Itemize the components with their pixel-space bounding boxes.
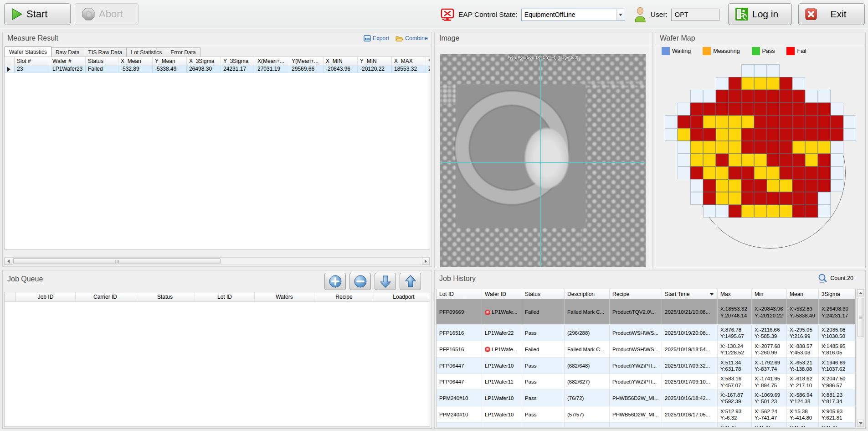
column-header-y-mean[interactable]: Y(Mean+... [289, 57, 324, 65]
job-history-row[interactable]: PPM240#10LP1Wafer10Pass(57/57)PHWB56D2W_… [437, 406, 855, 423]
remove-job-button[interactable] [349, 273, 371, 290]
job-history-row[interactable]: PFP06447LP1Wafer10Pass(682/648)Product\Y… [437, 358, 855, 374]
wafer-die-cell [703, 115, 716, 128]
wafer-die-cell [767, 179, 780, 192]
cell-mean: X:-618.62 Y:-217.10 [787, 374, 819, 389]
column-header-start-time[interactable]: Start Time [662, 289, 718, 299]
job-history-count: Count:20 [830, 275, 853, 281]
column-header-wafer[interactable]: Wafer # [50, 57, 86, 65]
column-header-wafer-id[interactable]: Wafer ID [482, 289, 522, 299]
wafer-die-cell [703, 154, 716, 166]
column-header-y[interactable]: Y_ [426, 57, 430, 65]
cell-lot-id: PFP06447 [437, 358, 482, 374]
column-header-min[interactable]: Min [752, 289, 787, 299]
column-header-status[interactable]: Status [135, 292, 195, 301]
column-header-x-3sigma[interactable]: X_3Sigma [187, 57, 221, 65]
column-header-slot[interactable]: Slot # [15, 57, 50, 65]
column-header-lot-id[interactable]: Lot ID [437, 289, 482, 299]
wafer-die-cell [780, 179, 792, 192]
column-header-recipe[interactable]: Recipe [610, 289, 662, 299]
wafer-die-cell [690, 166, 703, 179]
wafer-die-cell [741, 179, 754, 192]
job-history-row[interactable]: PFP16516LP1Wafe...FailedFailed Mark C...… [437, 341, 855, 358]
wafer-die-cell [780, 205, 792, 218]
tab-wafer-statistics[interactable]: Wafer Statistics [5, 47, 51, 57]
column-header-loadport[interactable]: Loadport [374, 292, 434, 301]
column-header-y-min[interactable]: Y_MIN [358, 57, 392, 65]
legend-item-measuring: Measuring [703, 47, 740, 55]
job-history-row[interactable]: PPM240#10LP1Wafer10AbortPHWB56D2W_MI...2… [437, 423, 855, 428]
column-header-3sigma[interactable]: 3Sigma [819, 289, 854, 299]
column-header-y-3sigma[interactable]: Y_3Sigma [221, 57, 255, 65]
column-header-description[interactable]: Description [565, 289, 610, 299]
vscroll-thumb[interactable] [858, 298, 863, 337]
column-header-x-max[interactable]: X_MAX [392, 57, 426, 65]
move-up-button[interactable] [400, 273, 421, 290]
column-header-x-mean[interactable]: X_Mean [118, 57, 153, 65]
wafer-die-cell [729, 103, 741, 115]
legend-label: Fail [797, 48, 806, 54]
column-header-x-min[interactable]: X_MIN [324, 57, 358, 65]
column-header-mean[interactable]: Mean [787, 289, 819, 299]
eap-state-dropdown[interactable]: EquipmentOffLine [521, 9, 625, 21]
column-header-lot-id[interactable]: Lot ID [195, 292, 255, 301]
exit-x-icon [805, 8, 817, 20]
job-queue-panel: Job Queue Job IDCarrier IDStatusLot IDWa… [2, 270, 432, 429]
cell-wafer-id: LP1Wafer10 [482, 406, 522, 422]
start-button[interactable]: Start [4, 3, 71, 25]
scroll-up-arrow-icon[interactable] [857, 289, 864, 296]
table-row[interactable]: 23LP1Wafer23Failed-532.89-5338.4926498.3… [5, 65, 430, 73]
cell-start-time: 2025/10/16/18:42... [662, 390, 718, 406]
column-header-x-mean[interactable]: X(Mean+... [255, 57, 289, 65]
tab-lot-statistics[interactable]: Lot Statistics [126, 47, 166, 57]
wafer-camera-image[interactable]: FieldPosition:(X=1 Y=-4) TargetId:9 [440, 54, 646, 267]
arrow-up-icon [404, 275, 417, 288]
wafer-die-cell [818, 90, 831, 103]
column-header-max[interactable]: Max [718, 289, 752, 299]
measure-hscrollbar[interactable] [4, 257, 430, 265]
cell-3sigma: X:2035.08 Y:1030.50 [819, 325, 854, 341]
cell-wafer-id: LP1Wafer11 [482, 374, 522, 389]
measure-table-body: 23LP1Wafer23Failed-532.89-5338.4926498.3… [5, 65, 430, 73]
exit-button[interactable]: Exit [798, 3, 865, 25]
column-header-wafers[interactable]: Wafers [255, 292, 314, 301]
wafer-die-cell [716, 77, 729, 90]
column-header-recipe[interactable]: Recipe [314, 292, 374, 301]
column-header-y-mean[interactable]: Y_Mean [153, 57, 187, 65]
job-queue-body[interactable] [4, 301, 430, 427]
job-history-row[interactable]: PPM240#10LP1Wafer10Pass(76/72)PHWB56D2W_… [437, 390, 855, 406]
wafer-die-cell [741, 77, 754, 90]
legend-label: Pass [762, 48, 775, 54]
cell-lot-id: PFP06447 [437, 374, 482, 389]
add-job-button[interactable] [324, 273, 346, 290]
column-header-status[interactable]: Status [522, 289, 565, 299]
hscroll-thumb[interactable] [13, 258, 221, 264]
magnifier-icon[interactable] [817, 273, 827, 283]
job-history-row[interactable]: PFP09669LP1Wafe...FailedFailed Mark C...… [437, 299, 855, 325]
tab-tis-raw-data[interactable]: TIS Raw Data [84, 47, 127, 57]
scroll-left-arrow-icon[interactable] [5, 258, 12, 265]
cell-start-time: 2025/10/19/20:08... [662, 325, 718, 341]
export-button[interactable]: csv Export [364, 35, 389, 42]
column-header-status[interactable]: Status [86, 57, 118, 65]
abort-button[interactable]: Abort [75, 3, 139, 25]
cell-max: X:511.34 Y:631.78 [718, 358, 752, 374]
scroll-down-arrow-icon[interactable] [857, 420, 864, 427]
job-history-row[interactable]: PFP06447LP1Wafer11Pass(682/627)Product\Y… [437, 374, 855, 390]
login-button[interactable]: Log in [728, 3, 792, 25]
dropdown-arrow-icon[interactable] [616, 9, 625, 21]
wafer-die-cell [754, 128, 767, 141]
job-history-row[interactable]: PFP16516LP1Wafer22Pass(296/288)Product\W… [437, 325, 855, 341]
wafer-die-cell [792, 128, 805, 141]
move-down-button[interactable] [375, 273, 396, 290]
image-panel: Image FieldPosition:(X=1 Y=-4) TargetId:… [434, 32, 652, 268]
tab-error-data[interactable]: Error Data [166, 47, 200, 57]
column-header-carrier-id[interactable]: Carrier ID [76, 292, 135, 301]
tab-raw-data[interactable]: Raw Data [51, 47, 84, 57]
scroll-right-arrow-icon[interactable] [422, 258, 430, 265]
column-header-job-id[interactable]: Job ID [16, 292, 76, 301]
job-history-vscrollbar[interactable] [857, 289, 864, 427]
user-value-field[interactable]: OPT [671, 9, 719, 21]
wafer-die-cell [690, 115, 703, 128]
combine-button[interactable]: Combine [395, 35, 428, 42]
